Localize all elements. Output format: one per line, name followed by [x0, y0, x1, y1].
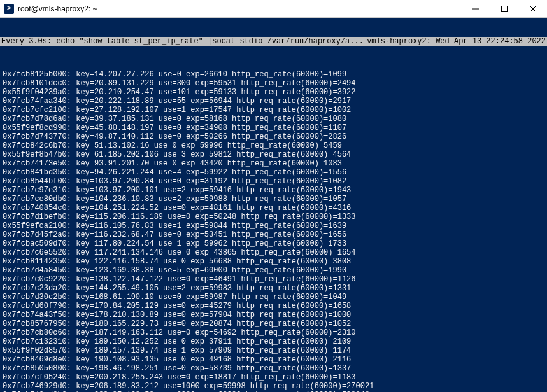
table-row: 0x7fcb7d45f2a0: key=116.232.68.47 use=0 … [3, 230, 544, 239]
table-row: 0x7fcb842c6b70: key=51.13.102.16 use=0 e… [3, 141, 544, 150]
watch-command: Every 3.0s: echo "show table st_per_ip_r… [1, 37, 364, 46]
table-row: 0x7fcb74173e50: key=93.91.201.70 use=0 e… [3, 159, 544, 168]
table-row: 0x7fcb740854c0: key=104.251.224.52 use=0… [3, 204, 544, 213]
table-row: 0x7fcb85050800: key=198.46.198.251 use=0… [3, 364, 544, 373]
table-row: 0x7fcb7c6e5520: key=117.241.134.146 use=… [3, 248, 544, 257]
window-controls [461, 0, 547, 18]
table-row: 0x55f9ef8b47b0: key=61.185.202.106 use=3… [3, 150, 544, 159]
table-row: 0x7fcb746929d0: key=206.189.83.212 use=1… [3, 382, 544, 391]
svg-rect-1 [501, 6, 507, 11]
table-row: 0x7fcb7d60f790: key=170.84.205.129 use=0… [3, 302, 544, 311]
table-row: 0x7fcb7d78d6a0: key=39.37.185.131 use=0 … [3, 115, 544, 123]
table-row: 0x7fcb7d4a8450: key=123.169.38.38 use=5 … [3, 266, 544, 275]
table-row: 0x7fcb8469d8e0: key=190.108.93.135 use=0… [3, 355, 544, 364]
table-row: 0x7fcb7cf05240: key=200.218.255.243 use=… [3, 373, 544, 382]
table-row: 0x7fcb8125b000: key=14.207.27.226 use=0 … [3, 70, 544, 79]
table-row: 0x7fcb85767950: key=180.165.229.73 use=0… [3, 319, 544, 328]
table-row: 0x7fcb7d30c2b0: key=168.61.190.10 use=0 … [3, 293, 544, 302]
table-row: 0x55f9ef8cd990: key=45.80.148.197 use=0 … [3, 123, 544, 132]
powershell-icon [4, 4, 14, 14]
table-row: 0x55f9f02d8570: key=189.157.139.74 use=1… [3, 346, 544, 355]
table-row: 0x55f9efca2100: key=116.105.76.83 use=1 … [3, 221, 544, 230]
table-row: 0x7fcbac509d70: key=117.80.224.54 use=1 … [3, 239, 544, 248]
minimize-button[interactable] [461, 0, 490, 18]
table-row: 0x7fcb74faa340: key=20.222.118.89 use=55… [3, 97, 544, 106]
titlebar-left: root@vmls-haproxy2: ~ [0, 4, 97, 14]
table-row: 0x7fcb841bd350: key=94.26.221.244 use=4 … [3, 168, 544, 177]
table-row: 0x7fcb7cfc2100: key=27.128.192.107 use=1… [3, 106, 544, 115]
table-row: 0x7fcb7cb80c60: key=187.149.163.112 use=… [3, 328, 544, 337]
table-row: 0x7fcb7d1befb0: key=115.206.116.189 use=… [3, 213, 544, 221]
table-row: 0x7fcb7d743770: key=49.87.140.112 use=0 … [3, 132, 544, 141]
maximize-button[interactable] [490, 0, 518, 18]
terminal-output[interactable]: Every 3.0s: echo "show table st_per_ip_r… [0, 18, 547, 392]
terminal-lines: 0x7fcb8125b000: key=14.207.27.226 use=0 … [3, 70, 544, 392]
table-row: 0x7fcb8101dcc0: key=20.89.131.229 use=30… [3, 79, 544, 88]
watch-timestamp: vmls-haproxy2: Wed Apr 13 22:24:58 2022 [367, 37, 546, 46]
table-row: 0x7fcb7c23da20: key=144.255.49.105 use=2… [3, 284, 544, 293]
table-row: 0x7fcb7c132310: key=189.150.12.252 use=0… [3, 337, 544, 346]
table-row: 0x7fcb7c97e310: key=103.97.200.101 use=2… [3, 186, 544, 195]
table-row: 0x7fcb7ce80db0: key=104.236.10.83 use=2 … [3, 195, 544, 204]
window-titlebar: root@vmls-haproxy2: ~ [0, 0, 547, 18]
table-row: 0x55f9f04239a0: key=20.210.254.47 use=10… [3, 88, 544, 97]
watch-header: Every 3.0s: echo "show table st_per_ip_r… [0, 37, 547, 46]
close-button[interactable] [518, 0, 547, 18]
table-row: 0x7fcb7c0c9220: key=138.122.147.122 use=… [3, 275, 544, 284]
table-row: 0x7fcb8544bf00: key=103.97.200.84 use=0 … [3, 177, 544, 186]
table-row: 0x7fcb81142350: key=122.116.158.74 use=0… [3, 257, 544, 266]
window-title: root@vmls-haproxy2: ~ [18, 4, 97, 13]
table-row: 0x7fcb74a43f50: key=178.210.130.89 use=0… [3, 311, 544, 319]
